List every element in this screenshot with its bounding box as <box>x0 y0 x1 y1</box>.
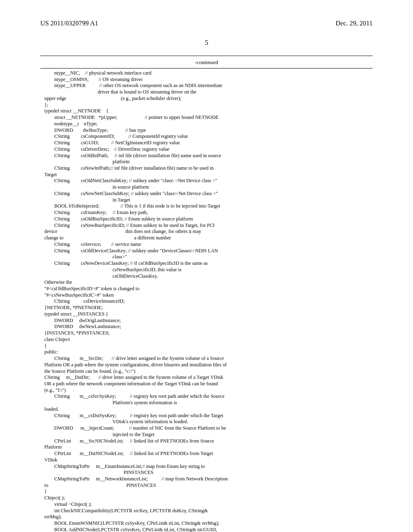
publication-number: US 2011/0320799 A1 <box>40 19 98 27</box>
page-number: 5 <box>40 39 373 47</box>
section-continued: -continued <box>40 59 373 66</box>
publication-date: Dec. 29, 2011 <box>336 19 373 27</box>
code-listing: ntype__NIC, // physical network interfac… <box>40 69 373 532</box>
page-header: US 2011/0320799 A1 Dec. 29, 2011 <box>40 19 373 27</box>
patent-page: US 2011/0320799 A1 Dec. 29, 2011 5 -cont… <box>0 0 413 532</box>
top-rule <box>40 56 373 56</box>
